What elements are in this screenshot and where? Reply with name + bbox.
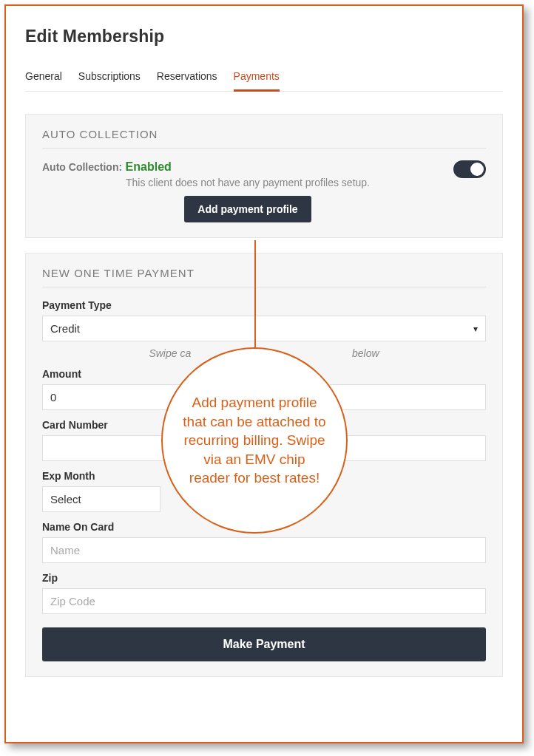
auto-collection-message: This client does not have any payment pr… (42, 177, 453, 188)
add-payment-profile-button[interactable]: Add payment profile (184, 196, 311, 222)
auto-collection-label: Auto Collection: (42, 161, 122, 173)
exp-month-value: Select (50, 493, 81, 505)
name-on-card-input[interactable] (42, 537, 486, 563)
one-time-title: NEW ONE TIME PAYMENT (42, 267, 486, 287)
tab-subscriptions[interactable]: Subscriptions (78, 66, 141, 91)
zip-label: Zip (42, 572, 486, 584)
auto-collection-toggle[interactable] (453, 160, 486, 178)
toggle-knob (470, 163, 484, 176)
swipe-hint-right: below (352, 347, 379, 359)
payment-type-select[interactable]: Credit ▾ (42, 316, 486, 341)
app-frame: Edit Membership General Subscriptions Re… (4, 4, 524, 743)
tab-payments[interactable]: Payments (234, 66, 280, 92)
callout-bubble: Add payment profile that can be attached… (161, 347, 348, 534)
make-payment-button[interactable]: Make Payment (42, 627, 486, 661)
auto-collection-panel: AUTO COLLECTION Auto Collection: Enabled… (25, 114, 503, 238)
callout-connector (254, 240, 256, 348)
tab-general[interactable]: General (25, 66, 62, 91)
zip-input[interactable] (42, 588, 486, 614)
callout-text: Add payment profile that can be attached… (182, 393, 327, 488)
exp-month-select[interactable]: Select (42, 486, 160, 512)
tab-bar: General Subscriptions Reservations Payme… (25, 66, 503, 92)
swipe-hint-left: Swipe ca (149, 347, 191, 359)
chevron-down-icon: ▾ (473, 324, 478, 334)
auto-collection-title: AUTO COLLECTION (42, 128, 486, 149)
payment-type-value: Credit (50, 322, 80, 335)
auto-collection-status: Enabled (126, 160, 172, 173)
payment-type-label: Payment Type (42, 299, 486, 311)
tab-reservations[interactable]: Reservations (157, 66, 217, 91)
page-title: Edit Membership (25, 27, 503, 47)
